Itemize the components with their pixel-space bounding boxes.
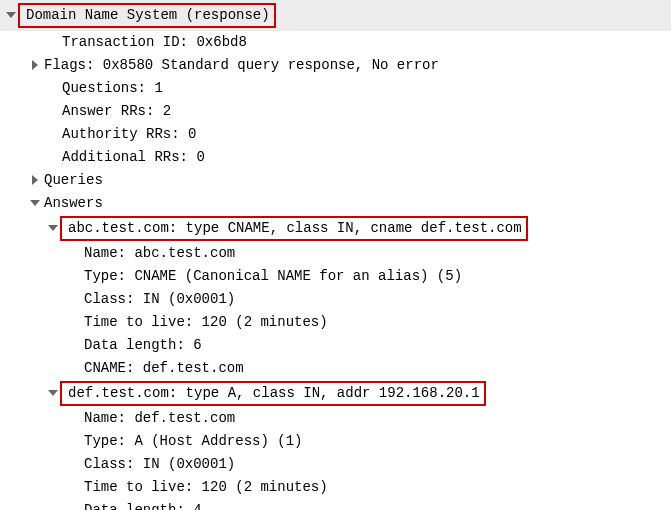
field-value: Class: IN (0x0001) — [82, 289, 235, 310]
spacer — [46, 105, 60, 119]
chevron-down-icon[interactable] — [46, 222, 60, 236]
answer-summary: abc.test.com: type CNAME, class IN, cnam… — [66, 220, 522, 236]
chevron-right-icon[interactable] — [28, 174, 42, 188]
field-value: Transaction ID: 0x6bd8 — [60, 32, 247, 53]
spacer — [46, 128, 60, 142]
field-flags[interactable]: Flags: 0x8580 Standard query response, N… — [0, 54, 671, 77]
chevron-down-icon[interactable] — [46, 387, 60, 401]
answer2-datalen[interactable]: Data length: 4 — [0, 499, 671, 510]
field-value: Name: abc.test.com — [82, 243, 235, 264]
field-value: Time to live: 120 (2 minutes) — [82, 477, 328, 498]
field-value: Additional RRs: 0 — [60, 147, 205, 168]
answer1-type[interactable]: Type: CNAME (Canonical NAME for an alias… — [0, 265, 671, 288]
answer-summary: def.test.com: type A, class IN, addr 192… — [66, 385, 480, 401]
field-value: Type: A (Host Address) (1) — [82, 431, 302, 452]
answer1-class[interactable]: Class: IN (0x0001) — [0, 288, 671, 311]
answer2-name[interactable]: Name: def.test.com — [0, 407, 671, 430]
field-value: Class: IN (0x0001) — [82, 454, 235, 475]
field-transaction-id[interactable]: Transaction ID: 0x6bd8 — [0, 31, 671, 54]
answer2-type[interactable]: Type: A (Host Address) (1) — [0, 430, 671, 453]
field-value: Name: def.test.com — [82, 408, 235, 429]
chevron-down-icon[interactable] — [28, 197, 42, 211]
spacer — [46, 151, 60, 165]
field-value: Answers — [42, 193, 103, 214]
field-value: CNAME: def.test.com — [82, 358, 244, 379]
protocol-header-row[interactable]: Domain Name System (response) — [0, 0, 671, 31]
spacer — [46, 36, 60, 50]
chevron-right-icon[interactable] — [28, 59, 42, 73]
highlight-box-answer2: def.test.com: type A, class IN, addr 192… — [60, 381, 486, 406]
answer2-class[interactable]: Class: IN (0x0001) — [0, 453, 671, 476]
field-questions[interactable]: Questions: 1 — [0, 77, 671, 100]
field-value: Flags: 0x8580 Standard query response, N… — [42, 55, 439, 76]
highlight-box-header: Domain Name System (response) — [18, 3, 276, 28]
field-value: Data length: 4 — [82, 500, 202, 510]
answer1-name[interactable]: Name: abc.test.com — [0, 242, 671, 265]
field-value: Data length: 6 — [82, 335, 202, 356]
field-answer-rrs[interactable]: Answer RRs: 2 — [0, 100, 671, 123]
answer-record-1[interactable]: abc.test.com: type CNAME, class IN, cnam… — [0, 215, 671, 242]
field-value: Questions: 1 — [60, 78, 163, 99]
spacer — [46, 82, 60, 96]
field-value: Authority RRs: 0 — [60, 124, 196, 145]
answer-record-2[interactable]: def.test.com: type A, class IN, addr 192… — [0, 380, 671, 407]
highlight-box-answer1: abc.test.com: type CNAME, class IN, cnam… — [60, 216, 528, 241]
answer1-ttl[interactable]: Time to live: 120 (2 minutes) — [0, 311, 671, 334]
field-value: Type: CNAME (Canonical NAME for an alias… — [82, 266, 462, 287]
field-additional-rrs[interactable]: Additional RRs: 0 — [0, 146, 671, 169]
section-queries[interactable]: Queries — [0, 169, 671, 192]
field-authority-rrs[interactable]: Authority RRs: 0 — [0, 123, 671, 146]
chevron-down-icon[interactable] — [4, 9, 18, 23]
field-value: Answer RRs: 2 — [60, 101, 171, 122]
answer2-ttl[interactable]: Time to live: 120 (2 minutes) — [0, 476, 671, 499]
protocol-title: Domain Name System (response) — [24, 7, 270, 23]
field-value: Queries — [42, 170, 103, 191]
answer1-datalen[interactable]: Data length: 6 — [0, 334, 671, 357]
answer1-cname[interactable]: CNAME: def.test.com — [0, 357, 671, 380]
field-value: Time to live: 120 (2 minutes) — [82, 312, 328, 333]
section-answers[interactable]: Answers — [0, 192, 671, 215]
